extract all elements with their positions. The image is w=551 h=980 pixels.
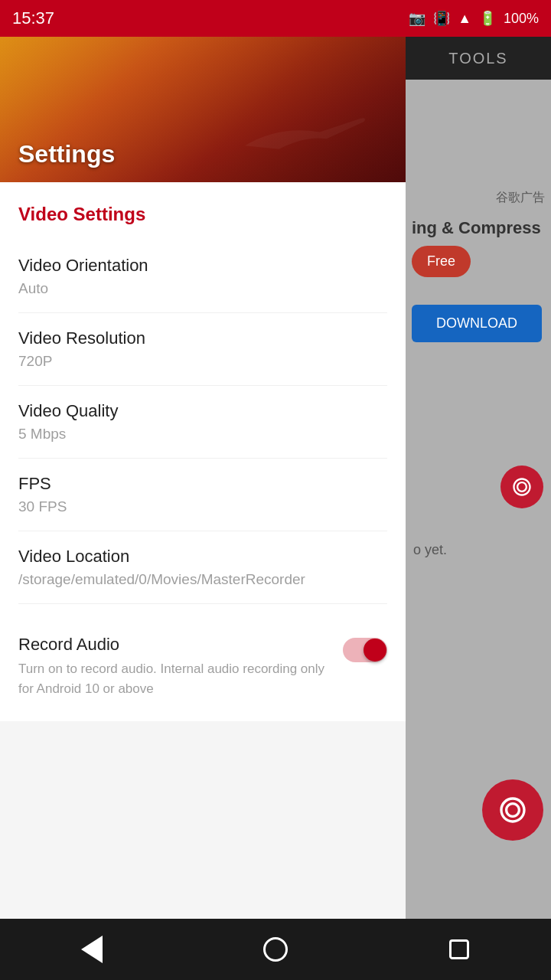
video-orientation-value: Auto xyxy=(18,280,387,297)
vibrate-icon: 📳 xyxy=(433,10,450,27)
download-button[interactable]: DOWNLOAD xyxy=(412,305,542,342)
fps-label: FPS xyxy=(18,474,387,494)
section-title: Video Settings xyxy=(18,182,387,240)
settings-content: Video Settings Video Orientation Auto Vi… xyxy=(0,182,406,721)
video-quality-label: Video Quality xyxy=(18,401,387,421)
status-time: 15:37 xyxy=(12,8,54,28)
camera-fab-small[interactable] xyxy=(500,466,543,508)
free-button[interactable]: Free xyxy=(412,246,471,277)
tools-bar: TOOLS xyxy=(406,37,551,80)
hero-image: Settings xyxy=(0,37,406,182)
setting-video-orientation[interactable]: Video Orientation Auto xyxy=(18,240,387,313)
toggle-knob xyxy=(364,639,386,662)
recent-icon xyxy=(449,939,469,959)
status-bar: 15:37 📷 📳 ▲ 🔋 100% xyxy=(0,0,551,37)
video-location-label: Video Location xyxy=(18,547,387,567)
nav-home-button[interactable] xyxy=(253,926,298,972)
battery-icon: 🔋 xyxy=(479,10,496,27)
record-audio-toggle[interactable] xyxy=(343,638,387,662)
video-location-value: /storage/emulated/0/Movies/MasterRecorde… xyxy=(18,571,387,588)
settings-panel: Settings Video Settings Video Orientatio… xyxy=(0,37,406,944)
camera-fab-large[interactable] xyxy=(482,779,543,841)
tools-label: TOOLS xyxy=(448,50,507,67)
nav-back-button[interactable] xyxy=(69,926,115,972)
nav-recent-button[interactable] xyxy=(436,926,482,972)
wifi-icon: ▲ xyxy=(458,11,471,27)
record-audio-description: Turn on to record audio. Internal audio … xyxy=(18,659,331,698)
status-icons: 📷 📳 ▲ 🔋 100% xyxy=(409,10,539,27)
nav-bar xyxy=(0,919,551,980)
fps-value: 30 FPS xyxy=(18,498,387,515)
record-audio-label: Record Audio xyxy=(18,635,331,655)
setting-video-location[interactable]: Video Location /storage/emulated/0/Movie… xyxy=(18,531,387,604)
video-quality-value: 5 Mbps xyxy=(18,426,387,443)
setting-video-quality[interactable]: Video Quality 5 Mbps xyxy=(18,386,387,459)
home-icon xyxy=(263,937,288,962)
record-audio-row: Record Audio Turn on to record audio. In… xyxy=(18,619,387,706)
video-resolution-label: Video Resolution xyxy=(18,328,387,348)
settings-hero-title: Settings xyxy=(18,140,115,168)
setting-video-resolution[interactable]: Video Resolution 720P xyxy=(18,313,387,386)
back-icon xyxy=(81,936,103,963)
battery-percent: 100% xyxy=(504,11,539,27)
camera-status-icon: 📷 xyxy=(409,10,425,27)
setting-record-audio[interactable]: Record Audio Turn on to record audio. In… xyxy=(18,604,387,721)
video-orientation-label: Video Orientation xyxy=(18,256,387,276)
airplane-silhouette xyxy=(237,98,375,159)
compress-title: ing & Compress xyxy=(406,211,551,241)
record-audio-text: Record Audio Turn on to record audio. In… xyxy=(18,635,343,698)
video-resolution-value: 720P xyxy=(18,353,387,370)
setting-fps[interactable]: FPS 30 FPS xyxy=(18,459,387,531)
empty-text: o yet. xyxy=(406,534,455,566)
ad-label: 谷歌广告 xyxy=(406,190,551,206)
ad-area: 谷歌广告 ing & Compress Free DOWNLOAD xyxy=(406,190,551,350)
